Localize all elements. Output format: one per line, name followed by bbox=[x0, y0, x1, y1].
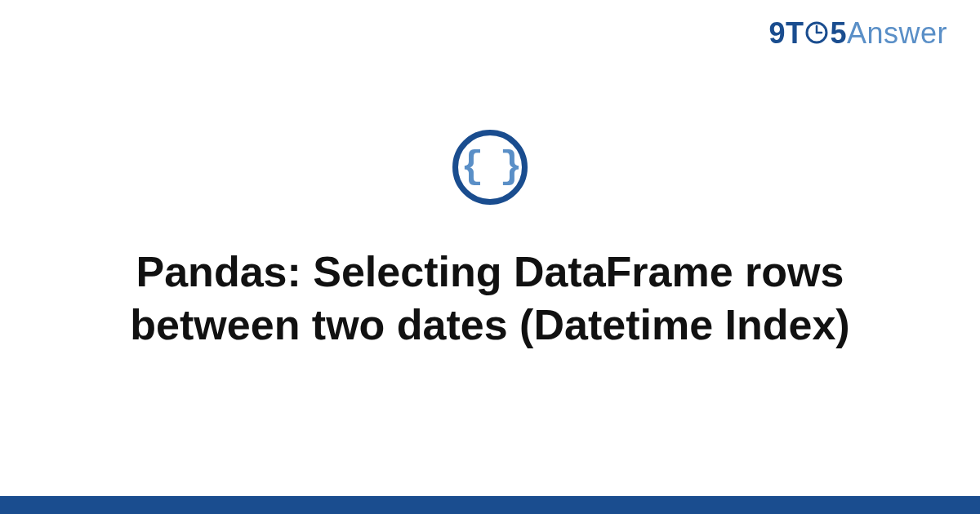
logo-text-answer: Answer bbox=[847, 16, 947, 50]
braces-glyph: { } bbox=[461, 148, 519, 186]
main-content: { } Pandas: Selecting DataFrame rows bet… bbox=[0, 162, 980, 352]
footer-bar bbox=[0, 496, 980, 514]
site-logo: 9T5Answer bbox=[768, 16, 947, 52]
code-braces-icon: { } bbox=[452, 130, 528, 205]
clock-icon bbox=[804, 18, 829, 52]
page-title: Pandas: Selecting DataFrame rows between… bbox=[82, 246, 898, 352]
logo-text-9t: 9T bbox=[768, 16, 804, 50]
logo-text-5: 5 bbox=[830, 16, 847, 50]
